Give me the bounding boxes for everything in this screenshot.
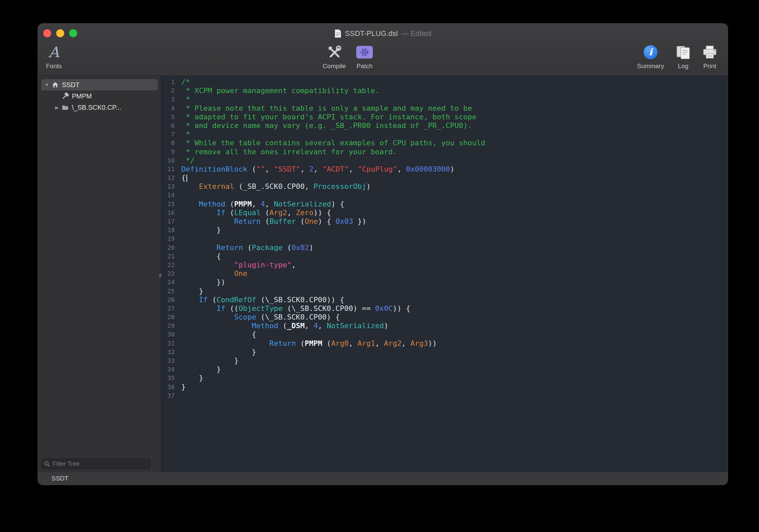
- code-line[interactable]: 7 *: [161, 130, 728, 139]
- print-button-label: Print: [703, 63, 716, 69]
- code-line-text: If (CondRefOf (\_SB.SCK0.CP00)) {: [175, 296, 344, 304]
- app-window: SSDT-PLUG.dsl — Edited A Fonts: [38, 23, 728, 485]
- code-line[interactable]: 8 * While the table contains several exa…: [161, 139, 728, 147]
- filter-field: [41, 459, 150, 469]
- code-line[interactable]: 1/*: [161, 78, 728, 86]
- code-line-text: {: [175, 174, 187, 182]
- compile-tools-icon: [326, 44, 342, 60]
- disclosure-triangle[interactable]: ▶: [53, 105, 61, 110]
- code-line[interactable]: 35 }: [161, 374, 728, 382]
- window-title: SSDT-PLUG.dsl — Edited: [38, 28, 728, 39]
- folder-icon: [61, 104, 69, 111]
- tree-item-label: SSDT: [62, 81, 79, 89]
- line-number: 21: [161, 252, 175, 261]
- line-number: 9: [161, 148, 175, 156]
- fonts-button[interactable]: A Fonts: [38, 44, 74, 69]
- code-line[interactable]: 20 Return (Package (0x02): [161, 243, 728, 252]
- code-line[interactable]: 26 If (CondRefOf (\_SB.SCK0.CP00)) {: [161, 296, 728, 304]
- code-line[interactable]: 24 }): [161, 278, 728, 287]
- code-line[interactable]: 33 }: [161, 356, 728, 365]
- code-line-text: }: [175, 383, 186, 391]
- code-line[interactable]: 25 }: [161, 287, 728, 296]
- disclosure-triangle[interactable]: ▼: [43, 82, 51, 87]
- line-number: 34: [161, 365, 175, 374]
- code-line[interactable]: 21 {: [161, 252, 728, 261]
- fonts-button-label: Fonts: [46, 63, 62, 69]
- line-number: 29: [161, 322, 175, 330]
- line-number: 13: [161, 182, 175, 191]
- line-number: 32: [161, 348, 175, 356]
- method-icon: [61, 92, 69, 100]
- code-line[interactable]: 3 *: [161, 95, 728, 104]
- code-line[interactable]: 5 * adapted to fit your board's ACPI sta…: [161, 113, 728, 121]
- code-line[interactable]: 11DefinitionBlock ("", "SSDT", 2, "ACDT"…: [161, 165, 728, 174]
- line-number: 11: [161, 165, 175, 174]
- line-number: 15: [161, 200, 175, 208]
- line-number: 22: [161, 261, 175, 269]
- code-line-text: [175, 234, 181, 243]
- code-line-text: {: [175, 330, 256, 339]
- code-line[interactable]: 37: [161, 391, 728, 400]
- summary-button-label: Summary: [637, 63, 664, 69]
- code-line[interactable]: 12{: [161, 174, 728, 182]
- code-line[interactable]: 32 }: [161, 348, 728, 356]
- code-editor[interactable]: 1/*2 * XCPM power management compatibili…: [161, 76, 728, 472]
- code-line[interactable]: 19: [161, 234, 728, 243]
- code-line-text: *: [175, 95, 190, 104]
- code-line-text: Return (Package (0x02): [175, 243, 313, 252]
- code-line[interactable]: 36}: [161, 383, 728, 391]
- code-line[interactable]: 16 If (LEqual (Arg2, Zero)) {: [161, 208, 728, 217]
- code-line[interactable]: 15 Method (PMPM, 4, NotSerialized) {: [161, 200, 728, 208]
- line-number: 27: [161, 304, 175, 313]
- code-line[interactable]: 23 One: [161, 269, 728, 278]
- code-line[interactable]: 13 External (_SB_.SCK0.CP00, ProcessorOb…: [161, 182, 728, 191]
- code-line-text: Return (Buffer (One) { 0x03 }): [175, 217, 366, 226]
- code-line-text: One: [175, 269, 247, 278]
- code-line[interactable]: 27 If ((ObjectType (\_SB.SCK0.CP00) == 0…: [161, 304, 728, 313]
- tree-item-label: \_SB.SCK0.CP...: [72, 104, 121, 111]
- line-number: 25: [161, 287, 175, 296]
- code-line[interactable]: 28 Scope (\_SB.SCK0.CP00) {: [161, 313, 728, 322]
- code-line[interactable]: 6 * and device name may vary (e.g. _SB_.…: [161, 121, 728, 130]
- filter-tree-input[interactable]: [52, 460, 147, 468]
- code-line-text: If (LEqual (Arg2, Zero)) {: [175, 208, 331, 217]
- code-line-text: Scope (\_SB.SCK0.CP00) {: [175, 313, 340, 322]
- code-line-text: * Please note that this table is only a …: [175, 104, 472, 113]
- code-line-text: */: [175, 156, 195, 165]
- code-line[interactable]: 22 "plugin-type",: [161, 261, 728, 269]
- code-line[interactable]: 18 }: [161, 226, 728, 234]
- line-number: 5: [161, 113, 175, 121]
- line-number: 26: [161, 296, 175, 304]
- code-line[interactable]: 4 * Please note that this table is only …: [161, 104, 728, 113]
- code-line-text: }: [175, 348, 256, 356]
- code-line[interactable]: 10 */: [161, 156, 728, 165]
- sidebar-tree: ▼SSDTPMPM▶\_SB.SCK0.CP...: [38, 79, 161, 113]
- line-number: 16: [161, 208, 175, 217]
- code-line-text: }: [175, 356, 238, 365]
- code-line[interactable]: 30 {: [161, 330, 728, 339]
- line-number: 23: [161, 269, 175, 278]
- line-number: 2: [161, 86, 175, 95]
- code-line[interactable]: 2 * XCPM power management compatibility …: [161, 86, 728, 95]
- line-number: 17: [161, 217, 175, 226]
- tree-item-ssdt[interactable]: ▼SSDT: [41, 79, 158, 90]
- patch-button[interactable]: Patch: [345, 44, 384, 69]
- tree-item-pmpm[interactable]: PMPM: [41, 90, 158, 102]
- code-line[interactable]: 31 Return (PMPM (Arg0, Arg1, Arg2, Arg3)…: [161, 339, 728, 348]
- code-line-text: /*: [175, 78, 190, 86]
- line-number: 31: [161, 339, 175, 348]
- tree-item-sbsck0cp[interactable]: ▶\_SB.SCK0.CP...: [41, 102, 158, 113]
- info-icon: i: [644, 45, 658, 59]
- code-line-text: "plugin-type",: [175, 261, 296, 269]
- line-number: 18: [161, 226, 175, 234]
- print-button[interactable]: Print: [690, 44, 728, 69]
- code-line[interactable]: 14: [161, 191, 728, 200]
- status-bar: SSDT: [38, 472, 728, 485]
- code-line[interactable]: 34 }: [161, 365, 728, 374]
- code-line[interactable]: 9 * remove all the ones irrelevant for y…: [161, 148, 728, 156]
- code-line[interactable]: 29 Method (_DSM, 4, NotSerialized): [161, 322, 728, 330]
- code-line-text: * While the table contains several examp…: [175, 139, 485, 147]
- search-icon: [44, 461, 50, 467]
- code-line-text: }: [175, 365, 221, 374]
- code-line[interactable]: 17 Return (Buffer (One) { 0x03 }): [161, 217, 728, 226]
